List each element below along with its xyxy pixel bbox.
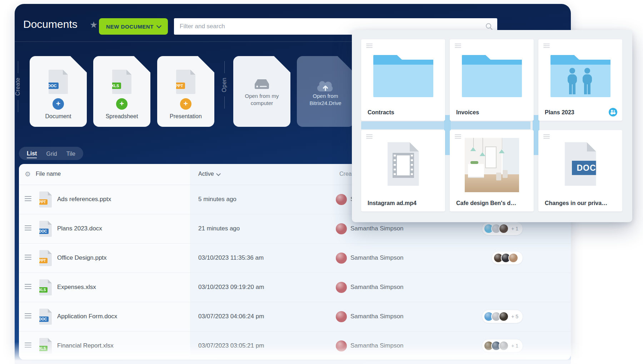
create-card-label: Document bbox=[30, 113, 87, 120]
drag-handle-icon[interactable] bbox=[25, 255, 31, 260]
create-card-label: Presentation bbox=[157, 113, 214, 120]
folder-name[interactable]: Contracts bbox=[368, 109, 431, 116]
creator-name[interactable]: Samantha Simpson bbox=[350, 254, 403, 261]
card-menu-icon[interactable] bbox=[543, 44, 550, 48]
folder-icon bbox=[373, 55, 433, 97]
folder-name[interactable]: Plans 2023 bbox=[545, 109, 608, 116]
creator-name[interactable]: Samantha Simpson bbox=[350, 225, 403, 232]
file-modified-time: 5 minutes ago bbox=[198, 196, 236, 203]
page-title: Documents bbox=[23, 18, 78, 30]
shared-users-stack[interactable] bbox=[492, 251, 523, 265]
creator-name[interactable]: Samantha Simpson bbox=[350, 313, 403, 320]
creator-avatar bbox=[336, 194, 347, 205]
table-bottom-fade bbox=[19, 348, 571, 360]
file-modified-time: 03/07/2023 04:06:24 pm bbox=[198, 313, 264, 320]
create-spreadsheet-card[interactable]: XLS + Spreadsheet bbox=[93, 56, 150, 127]
folder-card-plans-2023[interactable]: Plans 2023 bbox=[538, 39, 622, 121]
file-name[interactable]: Ads references.pptx bbox=[57, 196, 111, 203]
folder-name[interactable]: Invoices bbox=[456, 109, 519, 116]
hard-drive-icon bbox=[251, 77, 273, 91]
document-file-icon: DOC bbox=[49, 70, 68, 94]
folder-card-contracts[interactable]: Contracts bbox=[361, 39, 445, 121]
presentation-file-icon: PPT bbox=[176, 70, 195, 94]
spreadsheet-file-icon: XLS bbox=[112, 70, 131, 94]
create-document-card[interactable]: DOC + Document bbox=[30, 56, 87, 127]
card-menu-icon[interactable] bbox=[543, 134, 550, 139]
extra-users-count: + 5 bbox=[511, 314, 518, 319]
file-type-icon: PPT bbox=[39, 250, 52, 266]
creator-name[interactable]: Samantha Simpson bbox=[350, 284, 403, 291]
card-menu-icon[interactable] bbox=[366, 44, 373, 48]
new-document-label: NEW DOCUMENT bbox=[106, 24, 154, 30]
view-switcher: List Grid Tile bbox=[19, 147, 83, 160]
drive-grid-overlay: Contracts Invoices Plans 202 bbox=[352, 30, 632, 222]
card-menu-icon[interactable] bbox=[455, 44, 461, 48]
file-name[interactable]: Office Design.pptx bbox=[57, 254, 107, 261]
file-type-icon: XLS bbox=[39, 279, 52, 295]
file-modified-time: 03/10/2023 09:19:20 am bbox=[198, 284, 264, 291]
chevron-down-icon bbox=[156, 23, 161, 28]
folder-icon bbox=[462, 55, 522, 97]
file-modified-time: 21 minutes ago bbox=[198, 225, 240, 232]
people-icon bbox=[565, 68, 596, 95]
file-modified-time: 03/10/2023 11:35:36 am bbox=[198, 254, 264, 261]
file-name[interactable]: Instagram ad.mp4 bbox=[368, 200, 431, 206]
doc-chip: DOC bbox=[572, 161, 601, 175]
drag-handle-icon[interactable] bbox=[25, 196, 31, 201]
add-icon: + bbox=[116, 98, 128, 110]
shared-users-stack[interactable]: + 5 bbox=[482, 310, 523, 323]
file-card-cafe-design[interactable]: Cafe design Ben's deal.jpg bbox=[450, 130, 534, 211]
tab-tile[interactable]: Tile bbox=[66, 149, 75, 158]
shared-users-stack[interactable]: + 1 bbox=[482, 222, 523, 235]
file-type-icon: DOC bbox=[39, 221, 52, 237]
open-section-label: Open bbox=[221, 78, 228, 92]
create-card-label: Spreadsheet bbox=[93, 113, 150, 120]
video-file-icon bbox=[388, 142, 419, 186]
file-name[interactable]: Changes in our privacy polic... bbox=[545, 200, 608, 206]
file-card-instagram-ad[interactable]: Instagram ad.mp4 bbox=[361, 130, 445, 211]
open-card-label: Open from my computer bbox=[237, 93, 287, 107]
favorite-star-icon[interactable]: ★ bbox=[90, 20, 98, 30]
creator-avatar bbox=[336, 253, 347, 264]
drag-handle-icon[interactable] bbox=[25, 343, 31, 348]
sort-chevron-icon bbox=[216, 171, 221, 176]
doc-file-icon: DOC bbox=[565, 142, 596, 186]
file-name[interactable]: Application Form.docx bbox=[57, 313, 117, 320]
cloud-upload-icon bbox=[314, 77, 337, 93]
column-header-file-name[interactable]: File name bbox=[36, 171, 61, 177]
table-row[interactable]: XLS Expenses.xlsx 03/10/2023 09:19:20 am… bbox=[19, 273, 571, 302]
avatar bbox=[508, 253, 518, 263]
search-icon[interactable] bbox=[485, 23, 493, 30]
table-row[interactable]: PPT Office Design.pptx 03/10/2023 11:35:… bbox=[19, 244, 571, 273]
drag-handle-icon[interactable] bbox=[25, 313, 31, 318]
add-icon: + bbox=[180, 98, 191, 110]
folder-card-invoices[interactable]: Invoices bbox=[450, 39, 534, 121]
file-type-icon: DOC bbox=[39, 309, 52, 325]
open-from-computer-card[interactable]: Open from my computer bbox=[233, 56, 290, 127]
file-type-icon: PPT bbox=[39, 191, 52, 208]
file-name[interactable]: Cafe design Ben's deal.jpg bbox=[456, 200, 519, 206]
creator-avatar bbox=[336, 282, 347, 293]
create-section-label: Create bbox=[15, 78, 21, 96]
new-document-button[interactable]: NEW DOCUMENT bbox=[99, 18, 168, 35]
table-row[interactable]: DOC Application Form.docx 03/07/2023 04:… bbox=[19, 302, 571, 331]
drag-handle-icon[interactable] bbox=[25, 284, 31, 289]
file-name[interactable]: Expenses.xlsx bbox=[57, 284, 96, 291]
file-card-privacy-policy[interactable]: DOC Changes in our privacy polic... bbox=[538, 130, 622, 211]
column-header-active[interactable]: Active bbox=[198, 171, 220, 177]
drag-handle-icon[interactable] bbox=[25, 225, 31, 230]
open-card-label: Open from Bitrix24.Drive bbox=[300, 93, 350, 107]
create-presentation-card[interactable]: PPT + Presentation bbox=[157, 56, 214, 127]
extra-users-count: + 1 bbox=[511, 226, 518, 231]
tab-grid[interactable]: Grid bbox=[46, 149, 57, 158]
card-menu-icon[interactable] bbox=[455, 134, 461, 139]
add-icon: + bbox=[53, 98, 64, 110]
avatar bbox=[499, 311, 509, 321]
card-menu-icon[interactable] bbox=[366, 134, 373, 139]
shared-folder-icon bbox=[550, 55, 610, 97]
table-settings-gear-icon[interactable]: ⚙ bbox=[25, 170, 31, 179]
tab-list[interactable]: List bbox=[27, 149, 37, 158]
creator-avatar bbox=[336, 223, 347, 234]
open-from-drive-card[interactable]: Open from Bitrix24.Drive bbox=[297, 56, 354, 127]
file-name[interactable]: Plans 2023.docx bbox=[57, 225, 102, 232]
